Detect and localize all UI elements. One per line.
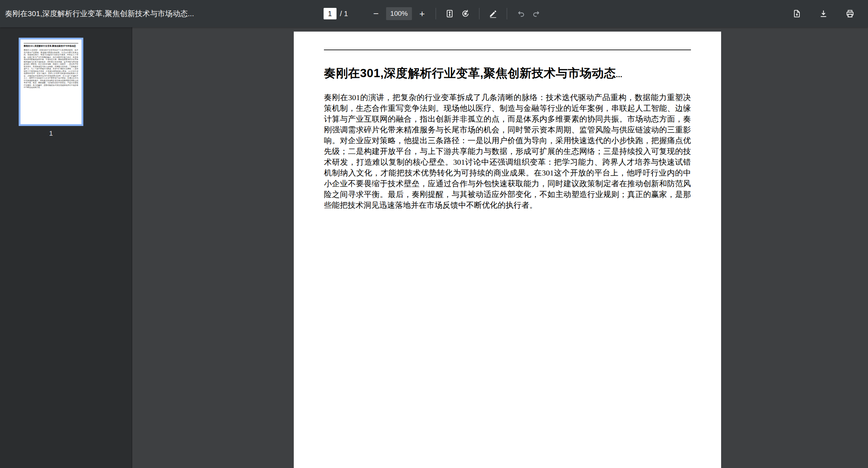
zoom-in-button[interactable]: + [414, 6, 430, 22]
save-file-icon [792, 9, 802, 18]
annotate-button[interactable] [485, 6, 501, 22]
annotate-pen-icon [488, 9, 498, 18]
zoom-out-button[interactable]: − [368, 6, 384, 22]
pdf-viewer-canvas[interactable]: 奏刚在301,深度解析行业变革,聚焦创新技术与市场动态... 奏刚在301的演讲… [133, 27, 868, 468]
page-number-input[interactable] [324, 8, 336, 19]
save-file-button[interactable] [789, 6, 805, 22]
thumbnail-body-text: 奏刚在301的演讲，把复杂的行业变革拆成了几条清晰的脉络：技术迭代驱动产品重构，… [24, 49, 78, 89]
document-title-toolbar: 奏刚在301,深度解析行业变革,聚焦创新技术与市场动态... [5, 9, 278, 19]
redo-button[interactable] [529, 6, 544, 22]
undo-button[interactable] [513, 6, 529, 22]
thumbnail-content: 奏刚在301,深度解析行业变革,聚焦创新技术与市场动态 奏刚在301的演讲，把复… [20, 39, 82, 93]
toolbar-divider [436, 8, 436, 19]
print-button[interactable] [842, 6, 858, 22]
download-button[interactable] [816, 6, 831, 22]
rotate-button[interactable] [458, 6, 473, 22]
page-total-label: / 1 [340, 10, 348, 18]
thumbnail-sidebar: 奏刚在301,深度解析行业变革,聚焦创新技术与市场动态 奏刚在301的演讲，把复… [0, 27, 132, 468]
toolbar-right [789, 6, 868, 22]
pdf-page-1: 奏刚在301,深度解析行业变革,聚焦创新技术与市场动态... 奏刚在301的演讲… [294, 32, 721, 468]
fit-to-page-icon [445, 9, 454, 18]
thumbnail-title-text: 奏刚在301,深度解析行业变革,聚焦创新技术与市场动态 [24, 43, 78, 48]
toolbar-center: / 1 − 100% + [324, 0, 545, 27]
toolbar-divider [479, 8, 479, 19]
document-heading-text: 奏刚在301,深度解析行业变革,聚焦创新技术与市场动态 [324, 66, 616, 80]
thumbnail-page-number: 1 [19, 130, 83, 137]
undo-icon [516, 9, 525, 18]
pdf-toolbar: 奏刚在301,深度解析行业变革,聚焦创新技术与市场动态... / 1 − 100… [0, 0, 868, 27]
zoom-level-display[interactable]: 100% [386, 7, 412, 20]
rotate-icon [461, 9, 470, 18]
document-body-paragraph: 奏刚在301的演讲，把复杂的行业变革拆成了几条清晰的脉络：技术迭代驱动产品重构，… [324, 92, 691, 211]
download-icon [819, 9, 828, 18]
redo-icon [532, 9, 541, 18]
title-rule [324, 50, 691, 50]
print-icon [845, 9, 855, 18]
page-thumbnail-1[interactable]: 奏刚在301,深度解析行业变革,聚焦创新技术与市场动态 奏刚在301的演讲，把复… [19, 38, 83, 126]
document-heading-ellipsis: ... [616, 71, 622, 79]
toolbar-divider [507, 8, 507, 19]
document-heading: 奏刚在301,深度解析行业变革,聚焦创新技术与市场动态... [324, 65, 691, 81]
fit-to-page-button[interactable] [442, 6, 458, 22]
